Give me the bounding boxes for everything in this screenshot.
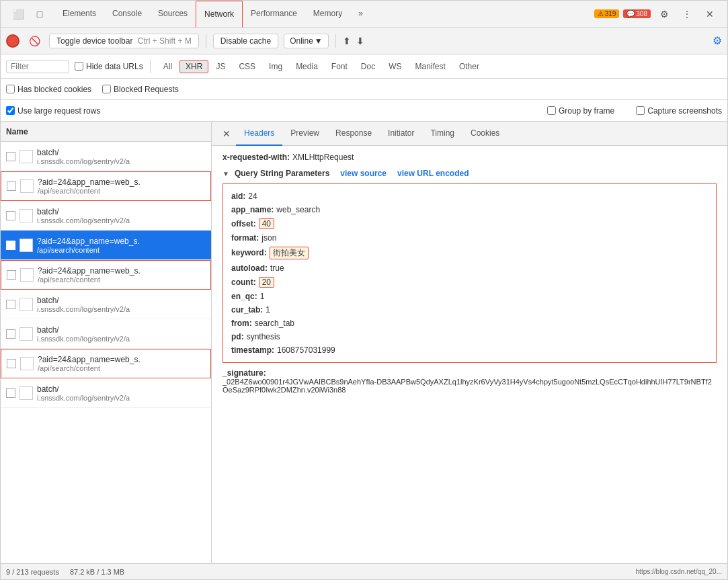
detail-tab-timing[interactable]: Timing: [422, 122, 462, 146]
main-content: Name batch/ i.snssdk.com/log/sentry/v2/a: [1, 122, 727, 563]
tab-sources[interactable]: Sources: [150, 1, 196, 28]
detail-content: x-requested-with: XMLHttpRequest ▼ Query…: [212, 146, 727, 563]
hide-data-urls-checkbox[interactable]: [75, 62, 83, 71]
filter-css[interactable]: CSS: [233, 60, 261, 73]
upload-har-icon[interactable]: ⬆: [343, 36, 351, 46]
tab-console[interactable]: Console: [104, 1, 150, 28]
request-checkbox[interactable]: [7, 359, 16, 368]
detail-tab-preview[interactable]: Preview: [282, 122, 327, 146]
list-item[interactable]: batch/ i.snssdk.com/log/sentry/v2/a: [1, 142, 211, 171]
list-item[interactable]: ?aid=24&app_name=web_s. /api/search/cont…: [1, 231, 211, 260]
request-text: batch/ i.snssdk.com/log/sentry/v2/a: [37, 148, 206, 165]
filter-ws[interactable]: WS: [382, 60, 407, 73]
request-checkbox[interactable]: [6, 388, 15, 398]
list-item[interactable]: ?aid=24&app_name=web_s. /api/search/cont…: [1, 260, 211, 290]
list-item[interactable]: batch/ i.snssdk.com/log/sentry/v2/a: [1, 378, 211, 408]
record-button[interactable]: [6, 34, 19, 48]
request-checkbox[interactable]: [6, 211, 15, 220]
filter-doc[interactable]: Doc: [355, 60, 381, 73]
request-checkbox[interactable]: [6, 300, 15, 309]
request-icon: [19, 386, 33, 400]
request-checkbox[interactable]: [6, 329, 15, 339]
blocked-requests-label[interactable]: Blocked Requests: [102, 85, 179, 94]
download-har-icon[interactable]: ⬇: [356, 36, 364, 46]
filter-xhr[interactable]: XHR: [179, 60, 208, 73]
request-checkbox[interactable]: [6, 241, 15, 250]
settings-icon[interactable]: ⚙: [655, 5, 674, 24]
request-icon: [19, 150, 33, 163]
request-icon: [20, 268, 34, 282]
options-bar2: Use large request rows Group by frame Ca…: [1, 100, 727, 122]
request-checkbox[interactable]: [6, 152, 15, 161]
filter-bar: Hide data URLs All XHR JS CSS Img Media …: [1, 54, 727, 79]
use-large-rows-checkbox[interactable]: [6, 106, 15, 115]
filter-other[interactable]: Other: [453, 60, 485, 73]
tab-performance[interactable]: Performance: [243, 1, 305, 28]
param-key-aid: aid:: [231, 192, 245, 201]
list-item[interactable]: batch/ i.snssdk.com/log/sentry/v2/a: [1, 290, 211, 319]
cursor-icon[interactable]: ⬜: [9, 5, 28, 24]
request-name: ?aid=24&app_name=web_s.: [37, 237, 206, 246]
header-key-xrw: x-requested-with:: [223, 153, 290, 162]
param-pd: pd: synthesis: [231, 330, 708, 343]
hide-data-urls-label[interactable]: Hide data URLs: [75, 62, 143, 71]
view-source-link[interactable]: view source: [340, 169, 387, 178]
detail-tab-headers[interactable]: Headers: [236, 122, 282, 146]
detail-tab-response[interactable]: Response: [327, 122, 380, 146]
tab-elements[interactable]: Elements: [54, 1, 104, 28]
request-domain: i.snssdk.com/log/sentry/v2/a: [37, 157, 206, 165]
capture-screenshots-checkbox[interactable]: [636, 106, 645, 115]
detail-tab-cookies[interactable]: Cookies: [462, 122, 508, 146]
param-app-name: app_name: web_search: [231, 203, 708, 216]
request-text: batch/ i.snssdk.com/log/sentry/v2/a: [37, 207, 206, 224]
list-item[interactable]: batch/ i.snssdk.com/log/sentry/v2/a: [1, 201, 211, 231]
param-key-signature: _signature:: [223, 368, 266, 378]
filter-js[interactable]: JS: [210, 60, 231, 73]
group-by-frame-checkbox[interactable]: [547, 106, 556, 115]
network-toolbar: 🚫 Toggle device toolbar Ctrl + Shift + M…: [1, 28, 727, 54]
view-url-encoded-link[interactable]: view URL encoded: [397, 169, 469, 178]
use-large-rows-label[interactable]: Use large request rows: [6, 106, 100, 116]
header-row-xrw: x-requested-with: XMLHttpRequest: [223, 151, 717, 163]
network-settings-icon[interactable]: ⚙: [713, 34, 722, 47]
request-name: batch/: [37, 148, 206, 157]
filter-input[interactable]: [11, 62, 65, 71]
capture-screenshots-label[interactable]: Capture screenshots: [636, 106, 722, 116]
disable-cache-button[interactable]: Disable cache: [213, 34, 278, 48]
filter-media[interactable]: Media: [290, 60, 324, 73]
query-params-section-header[interactable]: ▼ Query String Parameters view source vi…: [223, 163, 717, 181]
param-value-offset: 40: [259, 218, 274, 229]
request-checkbox[interactable]: [7, 181, 16, 191]
request-domain: /api/search/content: [38, 364, 205, 372]
filter-manifest[interactable]: Manifest: [409, 60, 452, 73]
throttle-select[interactable]: Online ▼: [284, 34, 329, 48]
request-name: ?aid=24&app_name=web_s.: [38, 177, 205, 187]
device-toolbar-icon[interactable]: □: [30, 5, 49, 24]
request-domain: /api/search/content: [38, 187, 205, 195]
detail-close-button[interactable]: ✕: [217, 126, 236, 142]
tab-network[interactable]: Network: [196, 1, 243, 28]
has-blocked-cookies-label[interactable]: Has blocked cookies: [6, 85, 91, 94]
list-item[interactable]: ?aid=24&app_name=web_s. /api/search/cont…: [1, 349, 211, 378]
tab-memory[interactable]: Memory: [305, 1, 350, 28]
request-checkbox[interactable]: [7, 270, 16, 280]
group-by-frame-label[interactable]: Group by frame: [547, 106, 614, 116]
close-icon[interactable]: ✕: [700, 5, 719, 24]
param-signature: _signature: _02B4Z6wo00901r4JGVwAAIBCBs9…: [223, 366, 717, 397]
filter-img[interactable]: Img: [263, 60, 288, 73]
type-filters: All XHR JS CSS Img Media Font Doc WS Man…: [157, 60, 485, 73]
filter-all[interactable]: All: [157, 60, 178, 73]
has-blocked-cookies-checkbox[interactable]: [6, 85, 15, 93]
toggle-device-button[interactable]: Toggle device toolbar Ctrl + Shift + M: [49, 34, 199, 48]
tab-more[interactable]: »: [350, 1, 371, 28]
blocked-requests-checkbox[interactable]: [102, 85, 111, 93]
detail-tab-initiator[interactable]: Initiator: [380, 122, 422, 146]
list-item[interactable]: ?aid=24&app_name=web_s. /api/search/cont…: [1, 171, 211, 201]
clear-button[interactable]: 🚫: [25, 32, 44, 50]
param-value-aid: 24: [248, 192, 257, 201]
request-icon: [19, 239, 33, 252]
filter-font[interactable]: Font: [325, 60, 354, 73]
more-options-icon[interactable]: ⋮: [678, 5, 696, 24]
list-item[interactable]: batch/ i.snssdk.com/log/sentry/v2/a: [1, 319, 211, 349]
warning-icon: ⚠: [598, 10, 604, 17]
